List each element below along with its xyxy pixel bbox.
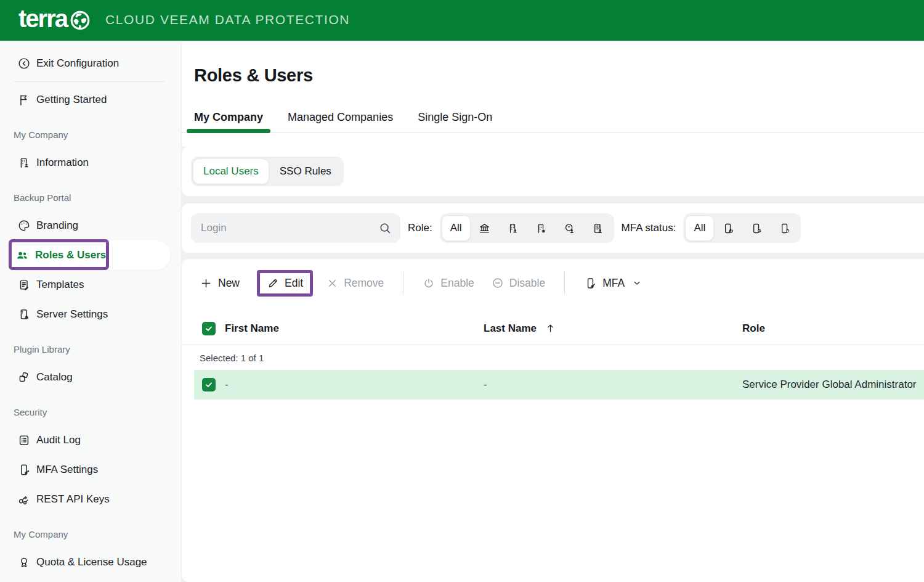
plus-icon bbox=[200, 277, 213, 290]
power-icon bbox=[423, 277, 435, 289]
billing-user-icon[interactable]: $ bbox=[585, 216, 612, 240]
remove-button: Remove bbox=[318, 269, 392, 297]
sidebar-divider bbox=[14, 81, 165, 82]
clipboard-pencil-icon bbox=[17, 278, 31, 292]
sidebar-item-information[interactable]: Information bbox=[0, 148, 181, 178]
phone-key-icon bbox=[584, 277, 597, 290]
building-gear-icon[interactable] bbox=[528, 216, 555, 240]
sidebar-item-rest-api-keys[interactable]: REST API Keys bbox=[0, 485, 181, 514]
app-title: CLOUD VEEAM DATA PROTECTION bbox=[105, 12, 350, 27]
sidebar-item-server-settings[interactable]: Server Settings bbox=[0, 300, 181, 329]
bank-icon[interactable] bbox=[471, 216, 498, 240]
tab-single-sign-on[interactable]: Single Sign-On bbox=[418, 111, 492, 133]
sidebar-section-my-company-2: My Company bbox=[0, 514, 181, 547]
sidebar: Exit Configuration Getting Started My Co… bbox=[0, 41, 182, 582]
filter-bar: Role: All bbox=[182, 203, 924, 253]
view-toggle: Local Users SSO Rules bbox=[191, 157, 344, 186]
sidebar-item-mfa-settings[interactable]: MFA Settings bbox=[0, 455, 181, 485]
building-user-icon[interactable] bbox=[500, 216, 527, 240]
enable-button: Enable bbox=[414, 269, 483, 297]
sidebar-section-my-company: My Company bbox=[0, 115, 181, 148]
sidebar-item-label: Branding bbox=[36, 219, 78, 232]
sidebar-item-label: Catalog bbox=[36, 371, 73, 383]
sidebar-item-label: Getting Started bbox=[36, 94, 107, 106]
login-search-input[interactable] bbox=[191, 213, 400, 243]
sidebar-item-label: Audit Log bbox=[36, 434, 81, 446]
user-location-icon[interactable] bbox=[556, 216, 583, 240]
disable-button: Disable bbox=[483, 269, 554, 297]
sidebar-item-label: Roles & Users bbox=[35, 249, 106, 261]
sidebar-item-label: Quota & License Usage bbox=[36, 556, 147, 568]
sidebar-item-label: MFA Settings bbox=[36, 464, 98, 476]
keys-icon bbox=[17, 493, 31, 506]
mfa-dropdown-button[interactable]: MFA bbox=[575, 269, 650, 297]
role-filter-label: Role: bbox=[408, 222, 432, 234]
new-button[interactable]: New bbox=[191, 269, 248, 297]
row-checkbox[interactable] bbox=[202, 378, 216, 391]
column-header-first-name[interactable]: First Name bbox=[225, 311, 279, 345]
sidebar-item-getting-started[interactable]: Getting Started bbox=[0, 85, 181, 115]
sidebar-item-label: Information bbox=[36, 157, 89, 169]
toggle-local-users[interactable]: Local Users bbox=[193, 159, 269, 184]
phone-x-icon[interactable] bbox=[771, 216, 798, 240]
mfa-status-filter: All bbox=[683, 213, 801, 243]
sidebar-item-quota-license-usage[interactable]: Quota & License Usage bbox=[0, 547, 181, 577]
sidebar-item-branding[interactable]: Branding bbox=[0, 211, 181, 240]
catalog-boxes-icon bbox=[17, 371, 31, 384]
app-header: terra CLOUD VEEAM DATA PROTECTION bbox=[0, 0, 924, 41]
flag-icon bbox=[17, 93, 31, 107]
tab-my-company[interactable]: My Company bbox=[194, 111, 263, 133]
phone-power-icon[interactable] bbox=[715, 216, 742, 240]
sidebar-item-exit-configuration[interactable]: Exit Configuration bbox=[0, 49, 181, 78]
sidebar-item-audit-log[interactable]: Audit Log bbox=[0, 425, 181, 455]
selected-summary: Selected: 1 of 1 bbox=[182, 345, 924, 370]
server-gear-icon bbox=[17, 308, 31, 321]
column-header-last-name[interactable]: Last Name bbox=[484, 311, 556, 345]
sidebar-item-catalog[interactable]: Catalog bbox=[0, 363, 181, 392]
table-row[interactable]: - - Service Provider Global Administrato… bbox=[194, 370, 924, 400]
column-header-role[interactable]: Role bbox=[742, 311, 765, 345]
terra-logo: terra bbox=[18, 6, 67, 31]
select-all-checkbox[interactable] bbox=[202, 322, 216, 335]
sidebar-item-label: Templates bbox=[36, 279, 84, 291]
cell-last-name: - bbox=[484, 370, 487, 400]
tab-managed-companies[interactable]: Managed Companies bbox=[288, 111, 393, 133]
sidebar-item-roles-and-users[interactable]: Roles & Users bbox=[9, 240, 171, 270]
svg-text:$: $ bbox=[596, 224, 599, 231]
toggle-sso-rules[interactable]: SSO Rules bbox=[270, 159, 341, 184]
search-icon bbox=[378, 221, 392, 235]
role-filter-all[interactable]: All bbox=[442, 216, 470, 240]
main-content: Roles & Users My Company Managed Compani… bbox=[182, 41, 924, 582]
medal-icon bbox=[17, 555, 31, 569]
phone-minus-icon[interactable] bbox=[743, 216, 770, 240]
toolbar-divider bbox=[564, 272, 565, 294]
phone-key-icon bbox=[17, 463, 31, 477]
toolbar-divider bbox=[403, 272, 403, 294]
sidebar-item-label: Server Settings bbox=[36, 308, 108, 321]
view-toggle-card: Local Users SSO Rules bbox=[182, 147, 924, 196]
content-stack: Local Users SSO Rules Role: All bbox=[182, 147, 924, 582]
mfa-status-filter-label: MFA status: bbox=[622, 222, 676, 234]
users-table-card: New Edit bbox=[182, 259, 924, 582]
tab-bar: My Company Managed Companies Single Sign… bbox=[182, 107, 924, 133]
sidebar-item-label: Exit Configuration bbox=[36, 57, 119, 70]
cell-first-name: - bbox=[225, 370, 229, 400]
users-icon bbox=[15, 248, 29, 262]
sidebar-section-backup-portal: Backup Portal bbox=[0, 178, 181, 211]
sidebar-section-security: Security bbox=[0, 392, 181, 425]
cell-role: Service Provider Global Administrator bbox=[742, 370, 917, 400]
sort-ascending-icon bbox=[545, 323, 556, 334]
table-header: First Name Last Name Role bbox=[182, 311, 924, 345]
edit-button[interactable]: Edit bbox=[257, 270, 313, 297]
role-filter: All bbox=[440, 213, 614, 243]
x-icon bbox=[326, 277, 338, 289]
login-search-box bbox=[191, 213, 400, 243]
mfa-filter-all[interactable]: All bbox=[686, 216, 713, 240]
sidebar-item-label: REST API Keys bbox=[36, 493, 110, 506]
audit-list-icon bbox=[17, 433, 31, 447]
globe-icon bbox=[68, 9, 92, 32]
sidebar-item-templates[interactable]: Templates bbox=[0, 270, 181, 300]
page-title: Roles & Users bbox=[194, 65, 313, 86]
pencil-icon bbox=[267, 277, 279, 289]
toolbar: New Edit bbox=[182, 269, 924, 297]
